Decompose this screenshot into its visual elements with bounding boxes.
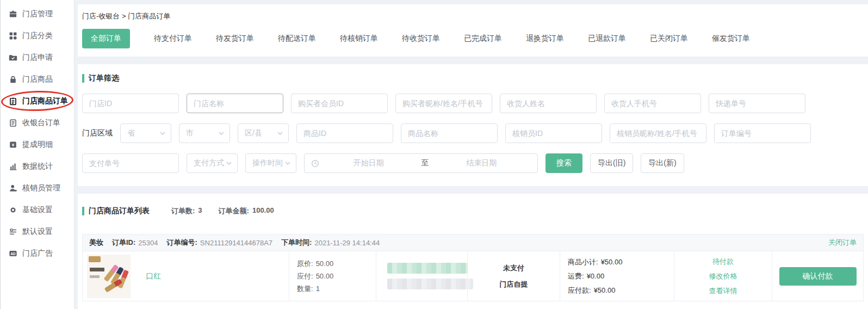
pending-payment-status-link[interactable]: 待付款 bbox=[712, 257, 734, 267]
operation-time-select[interactable]: 操作时间 bbox=[245, 153, 296, 173]
end-date-input[interactable]: 结束日期 bbox=[432, 158, 531, 168]
order-amount-label: 订单金额: bbox=[219, 206, 249, 216]
tab-pending-shipment[interactable]: 待发货订单 bbox=[216, 34, 254, 44]
verifier-id-input[interactable] bbox=[505, 123, 602, 143]
order-time-label: 下单时间: bbox=[281, 238, 312, 248]
tab-refunded[interactable]: 已退款订单 bbox=[588, 34, 626, 44]
svg-text:¥: ¥ bbox=[12, 143, 15, 147]
tab-return-exchange[interactable]: 退换货订单 bbox=[526, 34, 564, 44]
category-icon bbox=[9, 32, 17, 40]
tracking-number-input[interactable] bbox=[709, 94, 805, 113]
sidebar-item-store-category[interactable]: 门店分类 bbox=[1, 25, 74, 47]
buyer-name-phone-input[interactable] bbox=[395, 94, 492, 113]
chevron-down-icon bbox=[284, 160, 291, 166]
sidebar-item-default-settings[interactable]: 默认设置 bbox=[1, 221, 74, 243]
stats-icon bbox=[9, 162, 17, 171]
sidebar-item-label: 默认设置 bbox=[22, 227, 53, 237]
consignee-name-input[interactable] bbox=[500, 94, 597, 113]
tab-pending-payment[interactable]: 待支付订单 bbox=[154, 34, 192, 44]
clock-icon bbox=[311, 159, 319, 168]
start-date-input[interactable]: 开始日期 bbox=[319, 158, 418, 168]
price-cell: 原价: 50.00 应付: 50.00 数量: 1 bbox=[289, 251, 376, 301]
product-name-link[interactable]: 口红 bbox=[146, 271, 161, 281]
export-old-button[interactable]: 导出(旧) bbox=[590, 153, 633, 173]
sidebar-item-commission-detail[interactable]: ¥ 提成明细 bbox=[1, 134, 74, 156]
product-name-input[interactable] bbox=[401, 123, 498, 143]
buyer-member-id-input[interactable] bbox=[291, 94, 388, 113]
tab-pending-receipt[interactable]: 待收货订单 bbox=[402, 34, 440, 44]
date-separator: 至 bbox=[418, 158, 432, 168]
subtotal-label: 商品小计: bbox=[568, 257, 598, 267]
verifier-name-phone-input[interactable] bbox=[610, 123, 706, 143]
chevron-down-icon bbox=[159, 130, 166, 137]
consignee-phone-input[interactable] bbox=[604, 94, 701, 113]
subtotal-value: ¥50.00 bbox=[601, 258, 623, 266]
tab-completed[interactable]: 已完成订单 bbox=[464, 34, 502, 44]
payment-method-select[interactable]: 支付方式 bbox=[187, 153, 238, 173]
order-count: 订单数: 3 bbox=[171, 206, 202, 216]
close-order-link[interactable]: 关闭订单 bbox=[828, 238, 857, 248]
store-id-input[interactable] bbox=[82, 94, 179, 113]
store-area-label: 门店区域 bbox=[82, 128, 113, 138]
confirm-payment-button[interactable]: 确认付款 bbox=[779, 267, 857, 286]
province-select[interactable]: 省 bbox=[120, 123, 171, 143]
sidebar-item-store-ads[interactable]: AD 门店广告 bbox=[1, 243, 74, 264]
amount-due-value: ¥50.00 bbox=[594, 286, 616, 294]
store-name-input[interactable] bbox=[187, 94, 283, 113]
payment-no-input[interactable] bbox=[82, 153, 179, 173]
order-count-label: 订单数: bbox=[171, 206, 195, 216]
settings-icon bbox=[9, 206, 17, 214]
filter-panel: 订单筛选 门店区域 省 市 区/县 bbox=[78, 64, 868, 186]
district-placeholder: 区/县 bbox=[245, 128, 262, 138]
view-details-link[interactable]: 查看详情 bbox=[709, 286, 737, 296]
section-accent-bar bbox=[82, 207, 84, 215]
product-badge bbox=[89, 256, 101, 262]
sidebar-item-verifier-manage[interactable]: 核销员管理 bbox=[1, 177, 74, 199]
sidebar-item-basic-settings[interactable]: 基础设置 bbox=[1, 199, 74, 221]
order-time-value: 2021-11-29 14:14:44 bbox=[314, 239, 380, 247]
tab-all-orders[interactable]: 全部订单 bbox=[82, 29, 130, 48]
sidebar-item-label: 门店管理 bbox=[22, 9, 53, 19]
sidebar-item-cashier-orders[interactable]: 收银台订单 bbox=[1, 112, 74, 134]
order-count-value: 3 bbox=[198, 206, 202, 216]
tab-pending-delivery[interactable]: 待配送订单 bbox=[278, 34, 316, 44]
product-image[interactable] bbox=[87, 255, 131, 298]
delivery-method: 门店自提 bbox=[500, 280, 528, 289]
sidebar-item-store-application[interactable]: 门店申请 bbox=[1, 47, 74, 69]
sidebar-item-store-manage[interactable]: 门店管理 bbox=[1, 3, 74, 25]
sidebar-item-label: 数据统计 bbox=[22, 162, 53, 171]
svg-text:AD: AD bbox=[10, 252, 16, 256]
order-list-header: 门店商品订单列表 订单数: 3 订单金额: 100.00 bbox=[82, 206, 864, 217]
sidebar: 门店管理 门店分类 门店申请 门店商品 门店商品订单 收银台订单 ¥ 提成明细 … bbox=[0, 0, 75, 309]
tab-urge-shipment[interactable]: 催发货订单 bbox=[712, 34, 750, 44]
search-button[interactable]: 搜索 bbox=[545, 153, 582, 173]
order-row: 口红 原价: 50.00 应付: 50.00 数量: 1 bbox=[83, 251, 863, 301]
sidebar-item-store-goods[interactable]: 门店商品 bbox=[1, 69, 74, 90]
goods-icon bbox=[9, 75, 17, 84]
city-select[interactable]: 市 bbox=[179, 123, 230, 143]
sidebar-item-label: 门店申请 bbox=[22, 53, 53, 63]
date-range-picker[interactable]: 开始日期 至 结束日期 bbox=[304, 153, 538, 173]
blurred-buyer-phone bbox=[387, 279, 473, 289]
tab-closed[interactable]: 已关闭订单 bbox=[650, 34, 688, 44]
amounts-cell: 商品小计: ¥50.00 运费: ¥0.00 应付款: ¥50.00 bbox=[560, 251, 674, 301]
product-cell: 口红 bbox=[83, 251, 289, 301]
sidebar-item-data-stats[interactable]: 数据统计 bbox=[1, 156, 74, 177]
order-no-value: SN21112914144678A7 bbox=[200, 239, 272, 247]
modify-price-link[interactable]: 修改价格 bbox=[709, 271, 737, 281]
order-id-label: 订单ID: bbox=[112, 238, 135, 248]
defaults-icon bbox=[9, 227, 17, 236]
city-placeholder: 市 bbox=[186, 128, 194, 138]
sidebar-item-store-goods-orders[interactable]: 门店商品订单 bbox=[1, 90, 74, 112]
order-amount: 订单金额: 100.00 bbox=[219, 206, 274, 216]
product-id-input[interactable] bbox=[296, 123, 393, 143]
payable-price-value: 50.00 bbox=[316, 272, 334, 280]
payment-status: 未支付 bbox=[503, 263, 524, 273]
district-select[interactable]: 区/县 bbox=[238, 123, 289, 143]
order-no-input[interactable] bbox=[714, 123, 811, 143]
export-new-button[interactable]: 导出(新) bbox=[641, 153, 684, 173]
tab-pending-verification[interactable]: 待核销订单 bbox=[340, 34, 378, 44]
order-list-panel: 门店商品订单列表 订单数: 3 订单金额: 100.00 美妆 订单ID: 25… bbox=[78, 194, 868, 309]
main-content: 门店-收银台 > 门店商品订单 全部订单 待支付订单 待发货订单 待配送订单 待… bbox=[75, 0, 868, 309]
shipping-fee: 运费: ¥0.00 bbox=[568, 271, 604, 281]
